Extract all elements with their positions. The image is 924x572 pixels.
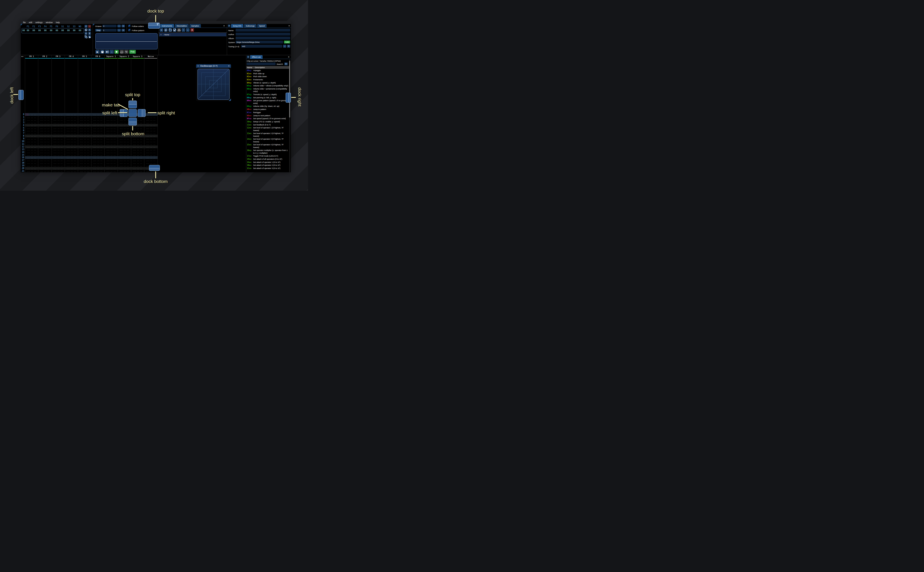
pattern-cell[interactable]: ... .. .. .... — [144, 146, 157, 148]
pattern-cell[interactable]: ... .. .. .... — [104, 132, 118, 135]
effect-row[interactable]: 03xxPortamento — [247, 78, 289, 81]
pattern-cell[interactable]: ... .. .. .... — [38, 148, 51, 151]
name-input[interactable] — [235, 29, 290, 31]
dock-right-target[interactable] — [286, 93, 291, 103]
pattern-cell[interactable]: ... .. .. .... — [91, 127, 104, 129]
pattern-cell[interactable]: ... .. .. .... — [78, 148, 91, 151]
collapse-triangle-icon[interactable]: ▼ — [197, 65, 199, 67]
pattern-cell[interactable]: ... .. .. .... — [118, 159, 131, 162]
effect-row[interactable]: 1AxxSet attack of operator 1 (0 to 1F) — [247, 161, 289, 163]
pattern-row[interactable]: ... .. .. ....... .. .. ....... .. .. ..… — [25, 118, 157, 121]
pattern-cell[interactable]: ... .. .. .... — [118, 140, 131, 143]
pattern-cell[interactable]: ... .. .. .... — [91, 135, 104, 137]
pattern-cell[interactable]: ... .. .. .... — [78, 129, 91, 132]
pattern-cell[interactable]: ... .. .. .... — [144, 135, 157, 137]
pattern-cell[interactable]: ... .. .. .... — [131, 148, 144, 151]
order-change-all-button[interactable] — [84, 35, 87, 38]
pattern-cell[interactable]: ... .. .. .... — [91, 159, 104, 162]
instrument-add-button[interactable]: + — [160, 28, 163, 32]
instrument-duplicate-button[interactable] — [164, 28, 168, 32]
pattern-cell[interactable]: ... .. .. .... — [104, 167, 118, 170]
channel-header-fm-2[interactable]: FM 2 — [38, 55, 51, 58]
pattern-cell[interactable]: ... .. .. .... — [51, 148, 65, 151]
dock-top-target[interactable] — [148, 23, 160, 29]
pattern-cell[interactable]: ... .. .. .... — [51, 143, 65, 146]
pattern-cell[interactable]: ... .. .. .... — [78, 146, 91, 148]
effect-row[interactable]: 01xxPitch slide up — [247, 72, 289, 75]
pattern-cell[interactable]: ... .. .. .... — [144, 148, 157, 151]
pattern-cell[interactable]: ... .. .. .... — [51, 124, 65, 127]
pattern-cell[interactable]: ... .. .. .... — [131, 159, 144, 162]
pattern-cell[interactable]: ... .. .. .... — [91, 118, 104, 121]
pattern-cell[interactable]: ... .. .. .... — [104, 156, 118, 159]
menu-item-edit[interactable]: edit — [29, 21, 32, 23]
oscilloscope-title-bar[interactable]: ▼ Oscilloscope (X-Y) ✕ — [196, 64, 231, 68]
pattern-cell[interactable]: ... .. .. .... — [51, 167, 65, 170]
pattern-cell[interactable]: ... .. .. .... — [38, 137, 51, 140]
pattern-row[interactable]: ... .. .. ....... .. .. ....... .. .. ..… — [25, 148, 157, 151]
pattern-cell[interactable]: ... .. .. .... — [104, 162, 118, 164]
panel-separator[interactable] — [246, 55, 246, 172]
channel-header-fm-5[interactable]: FM 5 — [78, 55, 91, 58]
pattern-row[interactable]: ... .. .. ....... .. .. ....... .. .. ..… — [25, 167, 157, 170]
pattern-cell[interactable]: ... .. .. .... — [104, 148, 118, 151]
menu-item-file[interactable]: file — [23, 21, 26, 23]
system-input[interactable]: Sega Genesis/Mega Drive — [235, 40, 283, 44]
menu-item-help[interactable]: help — [56, 21, 60, 23]
pattern-cell[interactable]: ... .. .. .... — [38, 156, 51, 159]
effect-row[interactable]: 16xySet operator multiplier (x: operator… — [247, 149, 289, 154]
pattern-cell[interactable]: ... .. .. .... — [144, 151, 157, 154]
pattern-cell[interactable]: ... .. .. .... — [65, 129, 78, 132]
pattern-cell[interactable]: ... .. .. .... — [65, 148, 78, 151]
pattern-cell[interactable]: ... .. .. .... — [51, 162, 65, 164]
pattern-cell[interactable]: ... .. .. .... — [144, 132, 157, 135]
author-input[interactable] — [235, 33, 290, 36]
oscilloscope-xy-window[interactable]: ▼ Oscilloscope (X-Y) ✕ — [196, 64, 231, 101]
pattern-cell[interactable]: ... .. .. .... — [38, 170, 51, 172]
pattern-cell[interactable]: ... .. .. .... — [38, 116, 51, 118]
order-edit-mode-button[interactable] — [88, 35, 91, 38]
pattern-cell[interactable]: ... .. .. .... — [118, 170, 131, 172]
pattern-cell[interactable]: ... .. .. .... — [78, 135, 91, 137]
pattern-cell[interactable]: ... .. .. .... — [25, 159, 38, 162]
pattern-cell[interactable]: ... .. .. .... — [65, 127, 78, 129]
order-cell[interactable]: 00 — [48, 29, 54, 31]
pattern-cell[interactable]: ... .. .. .... — [91, 154, 104, 156]
pattern-cell[interactable]: ... .. .. .... — [65, 159, 78, 162]
record-button[interactable] — [114, 50, 118, 54]
pattern-cell[interactable]: ... .. .. .... — [91, 164, 104, 167]
channel-header-fm-1[interactable]: FM 1 — [25, 55, 38, 58]
tab-song-info[interactable]: Song Info — [231, 24, 243, 28]
scrollbar-thumb[interactable] — [289, 61, 290, 118]
pattern-cell[interactable]: ... .. .. .... — [25, 143, 38, 146]
pattern-cell[interactable]: ... .. .. .... — [65, 135, 78, 137]
pattern-row[interactable]: ... .. .. ....... .. .. ....... .. .. ..… — [25, 164, 157, 167]
pattern-cell[interactable]: ... .. .. .... — [131, 162, 144, 164]
effect-table-header[interactable]: Name Description — [246, 66, 289, 69]
order-cell[interactable]: 00 — [71, 29, 77, 31]
pattern-cell[interactable]: ... .. .. .... — [38, 135, 51, 137]
instrument-move-down-button[interactable]: ↓ — [186, 28, 190, 32]
step-increase-button[interactable]: + — [122, 29, 125, 31]
pattern-cell[interactable]: ... .. .. .... — [78, 121, 91, 124]
pattern-cell[interactable]: ... .. .. .... — [91, 132, 104, 135]
pattern-row[interactable]: ... .. .. ....... .. .. ....... .. .. ..… — [25, 121, 157, 124]
orders-row-values[interactable]: 00000000000000000000 — [25, 29, 83, 31]
pattern-cell[interactable]: ... .. .. .... — [118, 154, 131, 156]
pattern-cell[interactable]: ... .. .. .... — [104, 151, 118, 154]
effect-list-tab[interactable]: Effect List — [250, 55, 263, 59]
pattern-cell[interactable]: ... .. .. .... — [51, 129, 65, 132]
pattern-cell[interactable]: ... .. .. .... — [131, 156, 144, 159]
pattern-cell[interactable]: ... .. .. .... — [51, 154, 65, 156]
pattern-cell[interactable]: ... .. .. .... — [144, 124, 157, 127]
master-oscilloscope[interactable] — [95, 33, 157, 49]
pattern-cell[interactable]: ... .. .. .... — [104, 118, 118, 121]
effect-row[interactable]: 1CxxSet attack of operator 3 (0 to 1F) — [247, 167, 289, 169]
pattern-cell[interactable]: ... .. .. .... — [131, 151, 144, 154]
dock-left-target[interactable] — [19, 90, 23, 100]
octave-decrease-button[interactable]: - — [117, 25, 121, 27]
pattern-cell[interactable]: ... .. .. .... — [118, 146, 131, 148]
effect-list-close-button[interactable]: ✕ — [287, 56, 290, 58]
pattern-cell[interactable]: ... .. .. .... — [65, 118, 78, 121]
instrument-save-button[interactable] — [173, 28, 176, 32]
